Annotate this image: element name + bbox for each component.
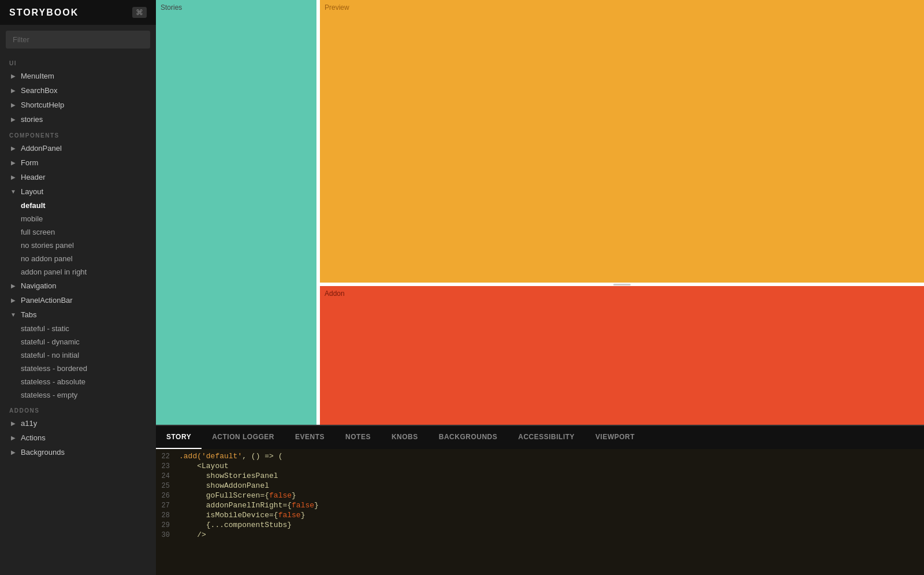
code-line-25: 25 showAddonPanel [156, 481, 924, 491]
sidebar-child-mobile[interactable]: mobile [0, 212, 156, 225]
sidebar-item-header[interactable]: ▶ Header [0, 170, 156, 184]
chevron-down-icon: ▼ [9, 311, 17, 319]
stories-panel-label: Stories [161, 3, 182, 12]
code-line-29: 29 {...componentStubs} [156, 520, 924, 530]
code-content: /> [179, 531, 206, 539]
code-line-26: 26 goFullScreen={false} [156, 491, 924, 500]
sidebar-item-label: a11y [21, 419, 37, 428]
sidebar-item-label: Form [21, 158, 38, 167]
code-content: addonPanelInRight={false} [179, 501, 319, 510]
sidebar: STORYBOOK ⌘ UI ▶ MenuItem ▶ SearchBox ▶ … [0, 0, 156, 575]
sidebar-item-searchbox[interactable]: ▶ SearchBox [0, 83, 156, 98]
line-number: 25 [156, 481, 179, 490]
sidebar-child-stateless-absolute[interactable]: stateless - absolute [0, 375, 156, 388]
chevron-right-icon: ▶ [9, 72, 17, 80]
addon-panel-label: Addon [325, 290, 345, 298]
chevron-right-icon: ▶ [9, 448, 17, 457]
sidebar-child-default[interactable]: default [0, 199, 156, 212]
code-line-27: 27 addonPanelInRight={false} [156, 500, 924, 510]
chevron-right-icon: ▶ [9, 282, 17, 290]
line-number: 30 [156, 531, 179, 539]
chevron-right-icon: ▶ [9, 173, 17, 181]
sidebar-child-stateful-static[interactable]: stateful - static [0, 322, 156, 335]
line-number: 29 [156, 521, 179, 529]
line-number: 23 [156, 462, 179, 470]
sidebar-item-label: stories [21, 115, 43, 124]
sidebar-item-stories[interactable]: ▶ stories [0, 112, 156, 127]
code-line-30: 30 /> [156, 530, 924, 540]
sidebar-title: STORYBOOK [9, 8, 79, 18]
main-content: Stories Preview Addon STORY ACTION LOGGE… [156, 0, 924, 575]
sidebar-item-backgrounds[interactable]: ▶ Backgrounds [0, 445, 156, 459]
section-label-components: COMPONENTS [0, 127, 156, 141]
filter-input[interactable] [6, 31, 150, 49]
addon-panel: Addon [320, 286, 924, 425]
tab-knobs[interactable]: KNOBS [381, 426, 429, 449]
sidebar-child-stateless-empty[interactable]: stateless - empty [0, 388, 156, 402]
sidebar-child-no-addon-panel[interactable]: no addon panel [0, 252, 156, 265]
sidebar-item-shortcuthelp[interactable]: ▶ ShortcutHelp [0, 98, 156, 112]
line-number: 28 [156, 511, 179, 520]
chevron-right-icon: ▶ [9, 420, 17, 428]
tab-backgrounds[interactable]: BACKGROUNDS [429, 426, 508, 449]
line-number: 26 [156, 491, 179, 500]
code-area: 22 .add('default', () => ( 23 <Layout 24… [156, 449, 924, 575]
sidebar-shortcut[interactable]: ⌘ [132, 7, 147, 18]
sidebar-item-label: Tabs [21, 310, 36, 319]
sidebar-item-label: AddonPanel [21, 144, 62, 153]
section-label-addons: ADDONS [0, 402, 156, 416]
chevron-right-icon: ▶ [9, 296, 17, 305]
sidebar-item-label: Backgrounds [21, 448, 65, 457]
code-content: .add('default', () => ( [179, 452, 282, 461]
preview-panel: Preview [320, 0, 924, 283]
sidebar-item-addonpanel[interactable]: ▶ AddonPanel [0, 141, 156, 155]
tab-events[interactable]: EVENTS [285, 426, 335, 449]
preview-panel-label: Preview [325, 3, 349, 12]
tab-viewport[interactable]: VIEWPORT [585, 426, 645, 449]
chevron-down-icon: ▼ [9, 188, 17, 196]
sidebar-item-label: Layout [21, 187, 43, 196]
sidebar-item-navigation[interactable]: ▶ Navigation [0, 279, 156, 293]
resize-dots [613, 284, 631, 285]
tab-story[interactable]: STORY [156, 426, 202, 449]
code-content: {...componentStubs} [179, 521, 292, 529]
sidebar-item-panelactionbar[interactable]: ▶ PanelActionBar [0, 293, 156, 307]
section-label-ui: UI [0, 54, 156, 69]
sidebar-item-menuitem[interactable]: ▶ MenuItem [0, 69, 156, 83]
stories-panel: Stories [156, 0, 316, 425]
preview-addon-area: Preview Addon [320, 0, 924, 425]
sidebar-child-addon-panel-in-right[interactable]: addon panel in right [0, 265, 156, 279]
sidebar-item-label: Header [21, 173, 46, 181]
code-content: isMobileDevice={false} [179, 511, 305, 520]
sidebar-item-tabs[interactable]: ▼ Tabs [0, 307, 156, 322]
sidebar-item-actions[interactable]: ▶ Actions [0, 431, 156, 445]
line-number: 24 [156, 472, 179, 480]
chevron-right-icon: ▶ [9, 116, 17, 124]
sidebar-child-stateful-no-initial[interactable]: stateful - no initial [0, 348, 156, 362]
sidebar-item-label: PanelActionBar [21, 296, 73, 305]
sidebar-header: STORYBOOK ⌘ [0, 0, 156, 25]
sidebar-item-a11y[interactable]: ▶ a11y [0, 416, 156, 431]
line-number: 27 [156, 501, 179, 510]
bottom-area: STORY ACTION LOGGER EVENTS NOTES KNOBS B… [156, 425, 924, 575]
sidebar-item-layout[interactable]: ▼ Layout [0, 184, 156, 199]
chevron-right-icon: ▶ [9, 434, 17, 442]
top-area: Stories Preview Addon [156, 0, 924, 425]
sidebar-child-stateless-bordered[interactable]: stateless - bordered [0, 362, 156, 375]
sidebar-child-full-screen[interactable]: full screen [0, 225, 156, 239]
tab-accessibility[interactable]: ACCESSIBILITY [508, 426, 585, 449]
code-line-24: 24 showStoriesPanel [156, 471, 924, 481]
sidebar-item-form[interactable]: ▶ Form [0, 155, 156, 170]
tab-action-logger[interactable]: ACTION LOGGER [202, 426, 285, 449]
code-content: showStoriesPanel [179, 472, 278, 480]
sidebar-item-label: Actions [21, 433, 46, 442]
sidebar-item-label: Navigation [21, 281, 56, 290]
sidebar-child-stateful-dynamic[interactable]: stateful - dynamic [0, 335, 156, 348]
chevron-right-icon: ▶ [9, 159, 17, 167]
sidebar-child-no-stories-panel[interactable]: no stories panel [0, 239, 156, 252]
chevron-right-icon: ▶ [9, 87, 17, 95]
sidebar-item-label: SearchBox [21, 86, 58, 95]
code-content: showAddonPanel [179, 481, 269, 490]
tab-notes[interactable]: NOTES [335, 426, 381, 449]
chevron-right-icon: ▶ [9, 144, 17, 153]
